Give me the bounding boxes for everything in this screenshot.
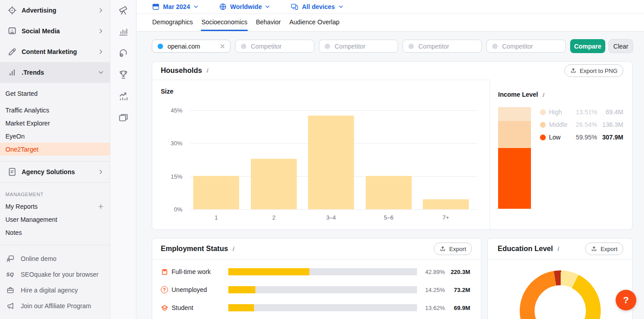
sidebar-item-market-explorer[interactable]: Market Explorer (0, 117, 110, 130)
chevron-right-icon (97, 48, 104, 55)
report-topbar: Mar 2024 Worldwide All devices (137, 0, 644, 14)
sidebar-item-content-marketing[interactable]: Content Marketing (0, 41, 110, 62)
competitor-color-dot (408, 44, 414, 49)
date-range-selector[interactable]: Mar 2024 (152, 3, 199, 11)
megaphone-icon (6, 302, 14, 310)
sidebar-item-my-reports[interactable]: My Reports (0, 200, 110, 213)
sidebar-item-traffic-analytics[interactable]: Traffic Analytics (0, 103, 110, 117)
education-header: Education Level i Export (488, 238, 632, 260)
chevron-down-icon (264, 4, 271, 10)
employment-export-button[interactable]: Export (434, 243, 472, 255)
employment-header: Employment Status i Export (152, 238, 481, 260)
legend-percent: 13.51% (568, 108, 597, 116)
region-selector[interactable]: Worldwide (219, 3, 271, 11)
sidebar-item-get-started[interactable]: Get Started (0, 87, 110, 100)
size-bar (308, 116, 354, 209)
swirl-icon[interactable] (118, 48, 129, 58)
export-to-png-button[interactable]: Export to PNG (564, 64, 623, 77)
chevron-down-icon (193, 4, 199, 10)
sidebar-item-label: .Trends (22, 69, 97, 76)
competitor-input-1[interactable] (235, 40, 314, 53)
income-stacked-bar (498, 107, 531, 209)
close-icon[interactable] (219, 43, 226, 49)
legend-label: High (549, 108, 568, 116)
income-level-title: Income Leveli (498, 91, 544, 98)
income-legend-row-high[interactable]: High13.51%69.4M (540, 107, 623, 117)
info-icon[interactable]: i (557, 246, 559, 252)
sidebar-link-online-demo[interactable]: Online demo (0, 251, 110, 266)
income-legend: High13.51%69.4MMiddle26.54%136.3MLow59.9… (540, 107, 623, 145)
windows-icon[interactable] (118, 112, 129, 123)
tab-demographics[interactable]: Demographics (152, 14, 193, 31)
employment-bar-track (228, 286, 417, 293)
competitor-input-4[interactable] (486, 40, 566, 53)
size-bar (366, 176, 412, 209)
competitor-domain-field[interactable] (251, 43, 305, 50)
sidebar: AdvertisingSocial MediaContent Marketing… (0, 0, 110, 319)
sidebar-link-seoquake-for-your-browser[interactable]: SQSEOquake for your browser (0, 266, 110, 282)
trends-bars-icon (7, 67, 17, 77)
main-domain-value: openai.com (168, 43, 219, 50)
sidebar-item--trends[interactable]: .Trends (0, 62, 110, 83)
calendar-icon (152, 3, 160, 11)
competitor-color-dot (325, 44, 330, 49)
y-axis-tick: 45% (152, 107, 182, 114)
sidebar-item-notes[interactable]: Notes (0, 226, 110, 239)
legend-label: Low (549, 134, 568, 141)
size-chart-title: Size (161, 88, 173, 95)
employment-value: 220.3M (445, 269, 470, 275)
device-selector[interactable]: All devices (290, 3, 344, 11)
main-domain-chip[interactable]: openai.com (152, 40, 231, 53)
sidebar-item-social-media[interactable]: Social Media (0, 21, 110, 41)
help-button[interactable]: ? (616, 290, 636, 310)
education-export-button[interactable]: Export (585, 243, 623, 255)
competitor-input-3[interactable] (403, 40, 482, 53)
households-body: Size 45%30%15%0%123–45–67+ Income Leveli… (152, 80, 632, 229)
sidebar-item-advertising[interactable]: Advertising (0, 0, 110, 21)
sidebar-footer-links: Online demoSQSEOquake for your browserHi… (0, 245, 110, 319)
households-header: Households i Export to PNG (152, 62, 632, 80)
sidebar-item-label: Notes (5, 229, 104, 236)
devices-icon (290, 3, 299, 11)
employment-bar-track (228, 304, 417, 311)
management-nav: My ReportsUser ManagementNotes (0, 200, 110, 239)
competitor-domain-field[interactable] (418, 43, 472, 50)
tab-socioeconomics[interactable]: Socioeconomics (201, 14, 248, 31)
online-demo-icon (6, 255, 14, 263)
trophy-icon[interactable] (118, 69, 129, 80)
plus-icon[interactable] (97, 203, 104, 210)
sidebar-item-one2target[interactable]: One2Target (0, 143, 110, 156)
info-icon[interactable]: i (542, 92, 544, 98)
legend-value: 307.9M (597, 134, 623, 141)
x-axis-tick: 3–4 (308, 214, 354, 221)
tab-audience-overlap[interactable]: Audience Overlap (289, 14, 340, 31)
employment-percent: 14.25% (417, 287, 445, 293)
trend-line-icon[interactable] (118, 91, 129, 102)
size-bar (423, 199, 469, 209)
x-axis-tick: 2 (251, 214, 297, 221)
legend-dot (540, 135, 546, 140)
competitor-domain-field[interactable] (502, 43, 556, 50)
bar-chart-icon[interactable] (118, 26, 129, 37)
chevron-down-icon (97, 69, 104, 76)
x-axis-tick: 5–6 (366, 214, 412, 221)
competitor-input-2[interactable] (319, 40, 398, 53)
clear-button[interactable]: Clear (608, 39, 633, 53)
info-icon[interactable]: i (232, 246, 234, 252)
sidebar-link-hire-a-digital-agency[interactable]: Hire a digital agency (0, 282, 110, 298)
competitor-domain-field[interactable] (335, 43, 389, 50)
globe-icon (219, 3, 227, 11)
y-axis-tick: 30% (152, 140, 182, 147)
compare-button[interactable]: Compare (570, 39, 605, 53)
info-icon[interactable]: i (206, 67, 209, 74)
telescope-icon[interactable] (118, 4, 129, 15)
tab-behavior[interactable]: Behavior (255, 14, 281, 31)
income-legend-row-low[interactable]: Low59.95%307.9M (540, 132, 623, 142)
legend-value: 69.4M (597, 108, 623, 116)
sidebar-item-user-management[interactable]: User Management (0, 213, 110, 226)
sidebar-link-join-our-affiliate-program[interactable]: Join our Affiliate Program (0, 298, 110, 314)
legend-percent: 59.95% (568, 134, 597, 141)
sidebar-item-eyeon[interactable]: EyeOn (0, 130, 110, 143)
sidebar-item-agency-solutions[interactable]: Agency Solutions (0, 162, 110, 182)
income-legend-row-middle[interactable]: Middle26.54%136.3M (540, 120, 623, 130)
